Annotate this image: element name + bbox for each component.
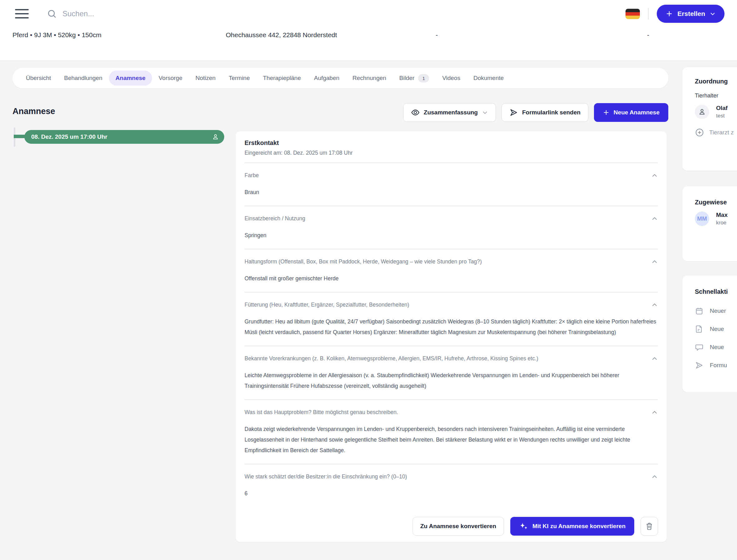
section-answer: Grundfutter: Heu ad libitum (gute Qualit… — [245, 316, 658, 337]
form-section: Fütterung (Heu, Kraftfutter, Ergänzer, S… — [245, 293, 658, 346]
convert-to-anamnese-button[interactable]: Zu Anamnese konvertieren — [412, 517, 504, 536]
section-answer: 6 — [245, 488, 658, 499]
tab[interactable]: Dokumente — [467, 71, 510, 86]
eye-icon — [411, 108, 420, 117]
tab[interactable]: Vorsorge — [152, 71, 189, 86]
owner-label: Tierhalter — [695, 93, 737, 99]
form-section: Bekannte Vorerkrankungen (z. B. Koliken,… — [245, 346, 658, 400]
owner-row[interactable]: Olaf test — [695, 105, 737, 119]
timeline-entry-date: 08. Dez. 2025 um 17:00 Uhr — [31, 133, 107, 140]
form-section: Haltungsform (Offenstall, Box, Box mit P… — [245, 249, 658, 293]
section-question: Farbe — [245, 170, 259, 181]
owner-detail: test — [716, 113, 728, 119]
quick-action-form-link[interactable]: Formu — [695, 361, 737, 370]
assigned-avatar: MM — [695, 212, 709, 226]
assigned-card: Zugewiese MM Max kroe — [682, 186, 737, 261]
chat-icon — [695, 343, 704, 352]
chevron-down-icon — [710, 11, 716, 17]
entry-buttons: Zu Anamnese konvertieren Mit KI zu Anamn… — [245, 517, 658, 536]
tab[interactable]: Übersicht — [19, 71, 57, 86]
chevron-up-icon[interactable] — [651, 215, 658, 222]
send-icon — [509, 108, 518, 117]
person-icon — [698, 108, 706, 116]
form-section: Einsatzbereich / Nutzung Springen — [245, 206, 658, 249]
assigned-title: Zugewiese — [695, 199, 737, 206]
app-root: Suchen... Erstellen Pferd • 9J 3M • 520k… — [0, 0, 737, 560]
person-icon — [212, 133, 219, 141]
section-answer: Springen — [245, 230, 658, 241]
add-vet-button[interactable]: Tierarzt z — [695, 128, 737, 137]
chevron-up-icon[interactable] — [651, 355, 658, 362]
chevron-up-icon[interactable] — [651, 172, 658, 179]
assigned-detail: kroe — [716, 220, 728, 226]
new-anamnese-button[interactable]: Neue Anamnese — [594, 103, 668, 122]
patient-detail-1: - — [436, 31, 438, 39]
patient-header: Pferd • 9J 3M • 520kg • 150cm Ohechausse… — [0, 27, 737, 61]
patient-summary: Pferd • 9J 3M • 520kg • 150cm — [12, 31, 102, 39]
tab-count-badge: 1 — [418, 74, 429, 83]
section-answer: Dakota zeigt wiederkehrende Verspannunge… — [245, 424, 658, 456]
plus-icon — [665, 10, 673, 17]
document-icon — [695, 325, 704, 333]
tab[interactable]: Bilder 1 — [393, 71, 436, 86]
topbar-divider — [648, 8, 649, 20]
delete-entry-button[interactable] — [640, 517, 658, 536]
section-answer: Leichte Atemwegsprobleme in der Allergie… — [245, 370, 658, 391]
top-bar: Suchen... Erstellen — [0, 0, 737, 28]
section-question: Was ist das Hauptproblem? Bitte möglichs… — [245, 407, 398, 417]
section-question: Bekannte Vorerkrankungen (z. B. Koliken,… — [245, 353, 538, 364]
section-question: Haltungsform (Offenstall, Box, Box mit P… — [245, 256, 482, 267]
plus-icon — [603, 109, 610, 116]
language-flag-german-icon[interactable] — [625, 9, 640, 19]
chevron-up-icon[interactable] — [651, 409, 658, 416]
entry-sections: Farbe Braun Einsatzbereich / Nutzung — [245, 163, 658, 507]
chevron-down-icon — [482, 109, 488, 116]
search-input[interactable]: Suchen... — [47, 9, 94, 19]
create-button[interactable]: Erstellen — [657, 5, 725, 23]
quick-action-new-appointment[interactable]: Neuer — [695, 307, 737, 315]
send-icon — [695, 361, 704, 370]
quick-action-new-note[interactable]: Neue — [695, 343, 737, 352]
chevron-up-icon[interactable] — [651, 473, 658, 480]
tab[interactable]: Anamnese — [109, 71, 152, 86]
summary-button[interactable]: Zusammenfassung — [403, 103, 496, 122]
assigned-user-row[interactable]: MM Max kroe — [695, 212, 737, 226]
ai-convert-button[interactable]: Mit KI zu Anamnese konvertieren — [510, 517, 634, 536]
send-form-link-button[interactable]: Formularlink senden — [501, 103, 588, 122]
menu-icon[interactable] — [15, 9, 29, 18]
form-section: Wie stark schätzt der/die Besitzer:in di… — [245, 464, 658, 507]
tab[interactable]: Termine — [222, 71, 257, 86]
quick-action-new-document[interactable]: Neue — [695, 325, 737, 333]
search-placeholder: Suchen... — [62, 9, 94, 18]
entry-title: Erstkontakt — [245, 139, 658, 147]
section-question: Einsatzbereich / Nutzung — [245, 213, 306, 224]
tab[interactable]: Videos — [436, 71, 467, 86]
chevron-up-icon[interactable] — [651, 302, 658, 308]
owner-avatar — [695, 105, 709, 119]
form-section: Farbe Braun — [245, 163, 658, 206]
assignment-title: Zuordnung — [695, 78, 737, 85]
tab[interactable]: Notizen — [189, 71, 222, 86]
assigned-name: Max — [716, 212, 728, 218]
section-question: Wie stark schätzt der/die Besitzer:in di… — [245, 471, 407, 482]
patient-address: Ohechaussee 442, 22848 Norderstedt — [226, 31, 337, 39]
timeline-entry[interactable]: 08. Dez. 2025 um 17:00 Uhr — [24, 130, 224, 144]
section-question: Fütterung (Heu, Kraftfutter, Ergänzer, S… — [245, 299, 409, 310]
chevron-up-icon[interactable] — [651, 258, 658, 265]
entry-submitted-at: Eingereicht am: 08. Dez. 2025 um 17:08 U… — [245, 150, 658, 156]
trash-icon — [645, 522, 653, 530]
tab[interactable]: Behandlungen — [57, 71, 109, 86]
tab[interactable]: Therapiepläne — [257, 71, 307, 86]
patient-detail-2: - — [647, 31, 649, 39]
page-actions: Zusammenfassung Formularlink senden Neue… — [12, 103, 668, 122]
tab[interactable]: Rechnungen — [346, 71, 393, 86]
form-section: Was ist das Hauptproblem? Bitte möglichs… — [245, 400, 658, 464]
owner-name: Olaf — [716, 105, 728, 112]
calendar-icon — [695, 307, 704, 315]
quick-actions-title: Schnellakti — [695, 288, 737, 295]
sparkles-icon — [519, 522, 528, 531]
section-answer: Offenstall mit großer gemischter Herde — [245, 273, 658, 284]
anamnese-entry-card: Erstkontakt Eingereicht am: 08. Dez. 202… — [236, 131, 667, 542]
section-answer: Braun — [245, 187, 658, 197]
tab[interactable]: Aufgaben — [307, 71, 346, 86]
